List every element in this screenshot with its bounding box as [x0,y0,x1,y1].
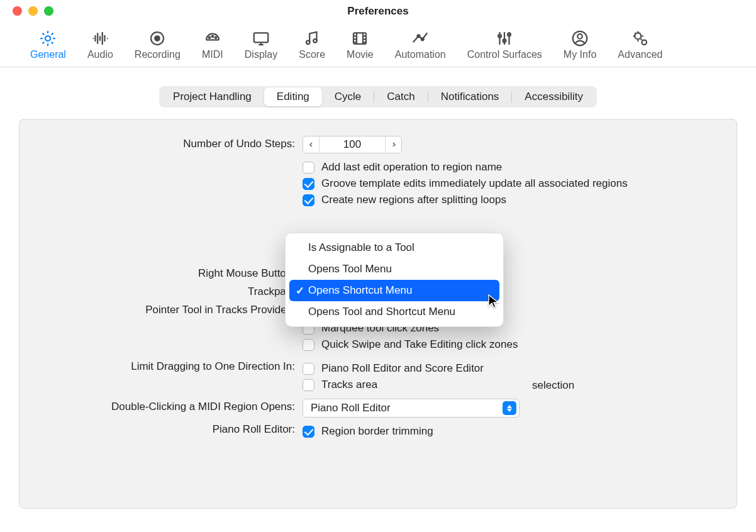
updown-caret-icon [503,401,516,415]
toolbar-label: General [30,49,66,60]
svg-point-2 [155,36,160,41]
piano-roll-editor-label: Piano Roll Editor: [45,421,303,436]
preferences-toolbar: General Audio Recording MIDI Display Sco… [0,23,756,67]
toolbar-label: Advanced [618,49,662,60]
toolbar-movie[interactable]: Movie [342,25,379,62]
checkbox-tracks-area[interactable] [303,379,314,391]
toolbar-audio[interactable]: Audio [82,25,118,62]
svg-point-7 [306,41,310,45]
waveform-icon [89,28,111,49]
toolbar-label: My Info [564,49,596,60]
gear-icon [37,28,58,49]
menu-item-shortcut-menu[interactable]: Opens Shortcut Menu [289,280,499,301]
checkbox-pianoroll-score[interactable] [303,363,314,375]
menu-item-tool-menu[interactable]: Opens Tool Menu [289,258,499,280]
window-controls [13,6,53,16]
tab-cycle[interactable]: Cycle [322,87,374,106]
record-icon [147,28,168,49]
toolbar-recording[interactable]: Recording [130,25,186,62]
music-notes-icon [301,28,323,49]
toolbar-label: Audio [87,49,113,60]
close-window-button[interactable] [13,6,22,16]
user-icon [569,28,591,49]
toolbar-control-surfaces[interactable]: Control Surfaces [462,25,547,62]
subtabs: Project Handling Editing Cycle Catch Not… [159,86,597,108]
toolbar-score[interactable]: Score [294,25,330,62]
checkbox-region-border-trimming[interactable] [303,426,314,438]
stepper-value: 100 [320,138,385,151]
trackpad-label: Trackpad: [45,284,303,298]
toolbar-my-info[interactable]: My Info [559,25,601,62]
svg-point-10 [418,35,420,37]
limit-dragging-label: Limit Dragging to One Direction In: [45,358,303,373]
right-mouse-button-menu[interactable]: Is Assignable to a Tool Opens Tool Menu … [285,233,504,327]
toolbar-automation[interactable]: Automation [390,25,451,62]
tab-notifications[interactable]: Notifications [428,87,512,106]
window-title: Preferences [347,5,408,18]
checkbox-create-new-regions[interactable] [303,194,314,206]
right-mouse-button-label: Right Mouse Button: [45,265,303,280]
checkbox-label: Create new regions after splitting loops [321,194,506,206]
tab-accessibility[interactable]: Accessibility [512,87,596,106]
toolbar-label: Control Surfaces [467,49,542,60]
display-icon [250,28,272,49]
stepper-decrement[interactable] [303,136,320,153]
checkbox-label: Groove template edits immediately update… [321,177,628,190]
double-click-midi-popup[interactable]: Piano Roll Editor [303,399,520,418]
svg-rect-6 [254,33,269,42]
toolbar-label: MIDI [202,49,223,60]
checkbox-label: Region border trimming [321,425,433,438]
toolbar-midi[interactable]: MIDI [197,25,228,62]
toolbar-label: Display [245,49,277,60]
midi-port-icon [202,28,223,49]
obscured-label-fragment: selection [532,379,574,392]
toolbar-label: Recording [135,49,181,60]
toolbar-label: Automation [395,49,446,60]
tab-catch[interactable]: Catch [374,87,427,106]
pointer-tool-label: Pointer Tool in Tracks Provides: [45,302,303,316]
checkbox-label: Add last edit operation to region name [321,161,502,174]
sliders-icon [494,28,515,49]
svg-point-18 [642,40,647,45]
checkbox-quick-swipe[interactable] [303,339,314,351]
zoom-window-button[interactable] [44,6,53,16]
svg-point-4 [212,36,214,38]
undo-steps-stepper[interactable]: 100 [303,136,402,153]
svg-point-0 [45,36,50,41]
checkbox-label: Piano Roll Editor and Score Editor [321,362,484,375]
toolbar-general[interactable]: General [25,25,71,62]
toolbar-advanced[interactable]: Advanced [613,25,667,62]
svg-point-16 [577,34,582,39]
checkbox-add-last-edit[interactable] [303,162,314,174]
menu-item-assignable[interactable]: Is Assignable to a Tool [289,237,499,258]
svg-point-8 [313,39,317,43]
toolbar-label: Movie [347,49,374,60]
checkbox-groove-template[interactable] [303,178,314,190]
titlebar: Preferences [0,0,756,23]
menu-item-tool-and-shortcut[interactable]: Opens Tool and Shortcut Menu [289,301,499,323]
automation-curve-icon [409,28,431,49]
toolbar-display[interactable]: Display [240,25,282,62]
minimize-window-button[interactable] [28,6,38,16]
checkbox-label: Tracks area [321,379,377,391]
tab-editing[interactable]: Editing [264,87,322,106]
stepper-increment[interactable] [385,136,401,153]
undo-steps-label: Number of Undo Steps: [45,136,303,150]
svg-point-11 [421,38,424,40]
svg-point-5 [215,37,217,39]
svg-point-3 [209,37,211,39]
double-click-midi-label: Double-Clicking a MIDI Region Opens: [45,399,303,413]
popup-value: Piano Roll Editor [311,402,391,414]
checkbox-label: Quick Swipe and Take Editing click zones [321,338,518,351]
gears-icon [630,28,651,49]
tab-project-handling[interactable]: Project Handling [160,87,264,106]
toolbar-label: Score [299,49,325,60]
film-icon [349,28,370,49]
